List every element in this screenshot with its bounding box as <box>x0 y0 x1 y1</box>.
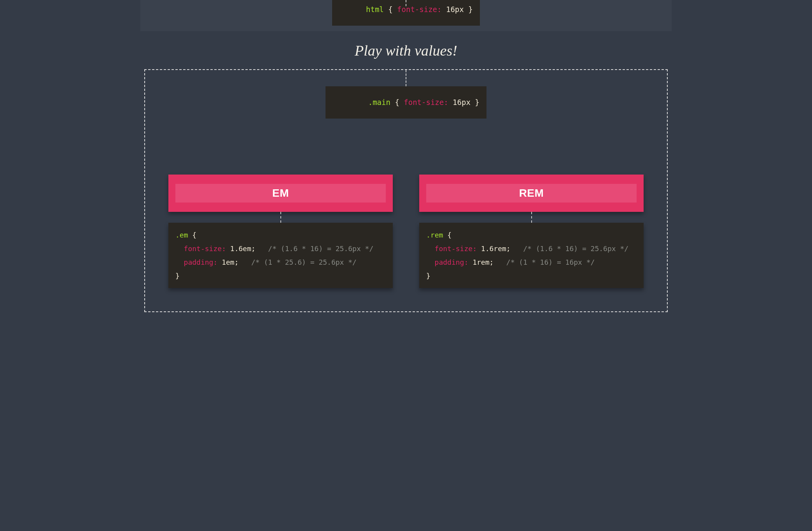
em-code-block: .em { font-size: 1.6em; /* (1.6 * 16) = … <box>168 223 393 288</box>
top-strip: html { font-size: 16px } <box>140 0 672 31</box>
value-16px: 16px <box>453 98 471 107</box>
em-column: EM .em { font-size: 1.6em; /* (1.6 * 16)… <box>168 175 393 288</box>
rem-card: REM <box>419 175 644 212</box>
main-rule-wrap: .main { font-size: 16px } <box>168 70 644 124</box>
rem-label: REM <box>426 184 637 203</box>
rem-column: REM .rem { font-size: 1.6rem; /* (1.6 * … <box>419 175 644 288</box>
selector-em: .em <box>175 231 188 239</box>
main-rule-code: .main { font-size: 16px } <box>326 86 486 119</box>
selector-html: html <box>366 5 384 14</box>
code-line: .rem { <box>426 228 637 242</box>
code-line: padding: 1rem; /* (1 * 16) = 16px */ <box>426 255 637 269</box>
main-container: .main { font-size: 16px } EM .em { font-… <box>144 69 668 312</box>
selector-main: .main <box>368 98 390 107</box>
rem-code-block: .rem { font-size: 1.6rem; /* (1.6 * 16) … <box>419 223 644 288</box>
page: html { font-size: 16px } Play with value… <box>140 0 672 312</box>
selector-rem: .rem <box>426 231 443 239</box>
prop-font-size: font-size: <box>397 5 441 14</box>
code-line: font-size: 1.6rem; /* (1.6 * 16) = 25.6p… <box>426 242 637 255</box>
code-line: } <box>175 269 386 283</box>
connector-line-rem <box>531 212 532 223</box>
connector-line-em <box>280 212 281 223</box>
prop-font-size: font-size: <box>404 98 448 107</box>
code-line: .em { <box>175 228 386 242</box>
columns: EM .em { font-size: 1.6em; /* (1.6 * 16)… <box>168 175 644 288</box>
value-16px: 16px <box>446 5 464 14</box>
em-card: EM <box>168 175 393 212</box>
code-line: } <box>426 269 637 283</box>
connector-line-top <box>406 0 406 6</box>
brace-open: { <box>384 5 397 14</box>
code-line: font-size: 1.6em; /* (1.6 * 16) = 25.6px… <box>175 242 386 255</box>
brace-close: } <box>464 5 473 14</box>
code-line: padding: 1em; /* (1 * 25.6) = 25.6px */ <box>175 255 386 269</box>
em-label: EM <box>175 184 386 203</box>
page-title: Play with values! <box>140 42 672 59</box>
